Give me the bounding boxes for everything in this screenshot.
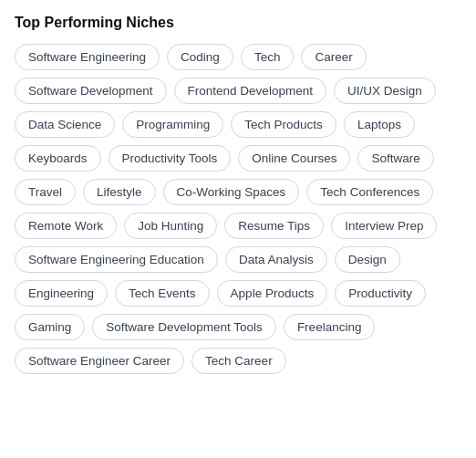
tag-item[interactable]: Keyboards bbox=[15, 145, 101, 172]
tag-item[interactable]: Software Engineering bbox=[15, 44, 160, 70]
tag-item[interactable]: Software Development Tools bbox=[92, 314, 276, 340]
tag-item[interactable]: Job Hunting bbox=[124, 213, 217, 239]
tag-item[interactable]: Travel bbox=[15, 179, 76, 205]
tag-item[interactable]: Software Development bbox=[15, 78, 167, 104]
tag-item[interactable]: Interview Prep bbox=[331, 213, 437, 239]
page-title: Top Performing Niches bbox=[15, 15, 461, 31]
tag-item[interactable]: Tech Events bbox=[115, 280, 210, 307]
tag-item[interactable]: Remote Work bbox=[15, 213, 117, 239]
tag-item[interactable]: Engineering bbox=[15, 280, 108, 307]
tag-item[interactable]: Tech bbox=[241, 44, 295, 70]
tags-container: Software EngineeringCodingTechCareerSoft… bbox=[15, 44, 461, 374]
tag-item[interactable]: Data Science bbox=[15, 111, 115, 138]
tag-item[interactable]: Online Courses bbox=[238, 145, 350, 172]
tag-item[interactable]: Software Engineer Career bbox=[15, 348, 184, 374]
tag-item[interactable]: Tech Conferences bbox=[306, 179, 433, 205]
tag-item[interactable]: Data Analysis bbox=[225, 246, 327, 273]
tag-item[interactable]: Productivity bbox=[335, 280, 426, 307]
tag-item[interactable]: Frontend Development bbox=[174, 78, 326, 104]
tag-item[interactable]: Tech Career bbox=[191, 348, 286, 374]
tag-item[interactable]: Resume Tips bbox=[224, 213, 324, 239]
tag-item[interactable]: Freelancing bbox=[284, 314, 376, 340]
tag-item[interactable]: Lifestyle bbox=[83, 179, 156, 205]
tag-item[interactable]: UI/UX Design bbox=[334, 78, 436, 104]
tag-item[interactable]: Software bbox=[357, 145, 433, 172]
tag-item[interactable]: Career bbox=[301, 44, 366, 70]
tag-item[interactable]: Programming bbox=[122, 111, 223, 138]
tag-item[interactable]: Productivity Tools bbox=[109, 145, 232, 172]
tag-item[interactable]: Software Engineering Education bbox=[15, 246, 218, 273]
tag-item[interactable]: Apple Products bbox=[217, 280, 328, 307]
tag-item[interactable]: Co-Working Spaces bbox=[163, 179, 300, 205]
tag-item[interactable]: Coding bbox=[167, 44, 233, 70]
tag-item[interactable]: Gaming bbox=[15, 314, 85, 340]
tag-item[interactable]: Laptops bbox=[344, 111, 415, 138]
tag-item[interactable]: Tech Products bbox=[231, 111, 336, 138]
tag-item[interactable]: Design bbox=[335, 246, 400, 273]
